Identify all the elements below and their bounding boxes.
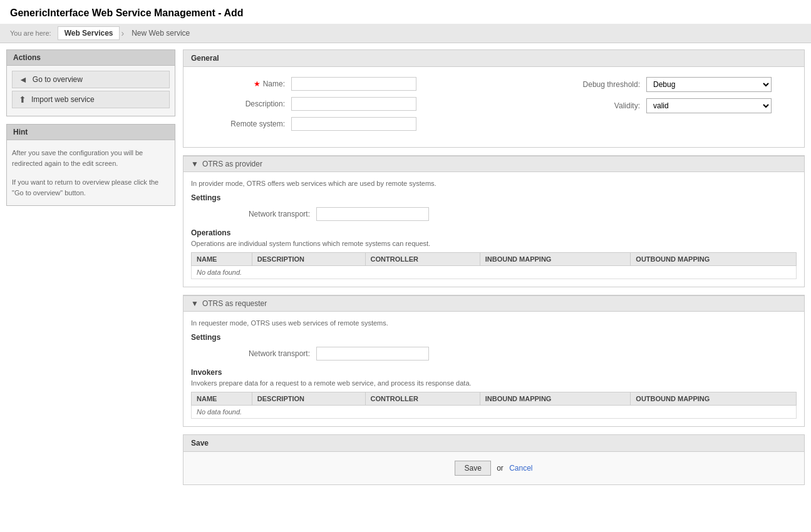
import-web-service-button[interactable]: ⬆ Import web service: [12, 91, 170, 108]
otrs-provider-section: ▼ OTRS as provider In provider mode, OTR…: [183, 155, 805, 287]
back-icon: ◄: [19, 74, 28, 84]
requester-col-description: DESCRIPTION: [252, 392, 365, 406]
general-title: General: [191, 54, 219, 63]
requester-col-controller: CONTROLLER: [365, 392, 480, 406]
save-body: Save or Cancel: [183, 452, 805, 485]
provider-table: NAME DESCRIPTION CONTROLLER INBOUND MAPP…: [191, 252, 797, 279]
invokers-desc: Invokers prepare data for a request to a…: [191, 379, 797, 387]
breadcrumb-web-services[interactable]: Web Services: [58, 26, 120, 40]
requester-settings-label: Settings: [191, 333, 797, 342]
required-star: ★: [254, 79, 262, 88]
breadcrumb-label: You are here:: [10, 29, 51, 37]
provider-no-data-row: No data found.: [192, 266, 797, 279]
go-to-overview-label: Go to overview: [33, 75, 83, 84]
content-area: General ★ Name: Descript: [183, 49, 805, 485]
description-label: Description:: [191, 100, 291, 108]
requester-collapse-icon: ▼: [191, 299, 199, 308]
provider-col-description: DESCRIPTION: [252, 253, 365, 266]
hint-paragraph-2: If you want to return to overview please…: [12, 175, 170, 200]
name-row: ★ Name:: [191, 77, 546, 91]
provider-title: OTRS as provider: [202, 160, 262, 168]
general-header: General: [183, 50, 804, 67]
validity-label: Validity:: [546, 101, 646, 110]
requester-no-data: No data found.: [192, 406, 797, 419]
requester-network-transport-input[interactable]: [316, 347, 429, 361]
hint-section: Hint After you save the configuration yo…: [6, 124, 175, 206]
sidebar: Actions ◄ Go to overview ⬆ Import web se…: [6, 49, 175, 213]
provider-col-name: NAME: [192, 253, 252, 266]
provider-settings-label: Settings: [191, 193, 797, 202]
provider-col-inbound: INBOUND MAPPING: [480, 253, 631, 266]
description-row: Description:: [191, 97, 546, 111]
requester-header[interactable]: ▼ OTRS as requester: [183, 295, 804, 312]
debug-threshold-label: Debug threshold:: [546, 80, 646, 89]
save-button[interactable]: Save: [455, 461, 490, 476]
requester-col-name: NAME: [192, 392, 252, 406]
requester-title: OTRS as requester: [202, 299, 267, 308]
provider-header[interactable]: ▼ OTRS as provider: [183, 156, 804, 172]
otrs-requester-section: ▼ OTRS as requester In requester mode, O…: [183, 295, 805, 427]
description-input[interactable]: [291, 97, 416, 111]
requester-network-transport-row: Network transport:: [191, 347, 797, 361]
provider-body: In provider mode, OTRS offers web servic…: [183, 172, 804, 287]
remote-system-row: Remote system:: [191, 117, 546, 131]
requester-body: In requester mode, OTRS uses web service…: [183, 312, 804, 426]
name-input[interactable]: [291, 77, 416, 91]
breadcrumb: You are here: Web Services › New Web ser…: [0, 24, 811, 43]
invokers-label: Invokers: [191, 368, 797, 377]
provider-description: In provider mode, OTRS offers web servic…: [191, 180, 797, 187]
provider-network-transport-label: Network transport:: [204, 210, 316, 218]
actions-section: Actions ◄ Go to overview ⬆ Import web se…: [6, 49, 175, 116]
requester-no-data-row: No data found.: [192, 406, 797, 419]
provider-network-transport-input[interactable]: [316, 207, 429, 221]
actions-body: ◄ Go to overview ⬆ Import web service: [6, 66, 175, 116]
breadcrumb-new-web-service: New Web service: [125, 27, 196, 39]
provider-col-outbound: OUTBOUND MAPPING: [631, 253, 797, 266]
provider-network-transport-row: Network transport:: [191, 207, 797, 221]
remote-system-label: Remote system:: [191, 120, 291, 128]
requester-col-inbound: INBOUND MAPPING: [480, 392, 631, 406]
or-text: or: [497, 464, 504, 473]
save-section-header: Save: [183, 434, 805, 452]
operations-desc: Operations are individual system functio…: [191, 240, 797, 247]
import-web-service-label: Import web service: [31, 95, 95, 104]
name-label: ★ Name:: [191, 79, 291, 88]
hint-body: After you save the configuration you wil…: [6, 140, 175, 206]
actions-title: Actions: [6, 49, 175, 66]
debug-threshold-row: Debug threshold: Debug: [546, 77, 784, 92]
requester-table: NAME DESCRIPTION CONTROLLER INBOUND MAPP…: [191, 392, 797, 419]
page-title: GenericInterface Web Service Management …: [0, 0, 811, 24]
operations-label: Operations: [191, 228, 797, 237]
provider-collapse-icon: ▼: [191, 160, 199, 168]
general-body: ★ Name: Description: Remote system:: [183, 67, 804, 147]
validity-select[interactable]: valid: [646, 98, 772, 113]
requester-col-outbound: OUTBOUND MAPPING: [631, 392, 797, 406]
provider-no-data: No data found.: [192, 266, 797, 279]
requester-description: In requester mode, OTRS uses web service…: [191, 319, 797, 327]
go-to-overview-button[interactable]: ◄ Go to overview: [12, 71, 170, 88]
hint-title: Hint: [6, 124, 175, 140]
validity-row: Validity: valid: [546, 98, 784, 113]
provider-col-controller: CONTROLLER: [365, 253, 480, 266]
cancel-link[interactable]: Cancel: [509, 464, 532, 473]
save-section-wrapper: Save Save or Cancel: [183, 434, 805, 485]
hint-paragraph-1: After you save the configuration you wil…: [12, 145, 170, 171]
breadcrumb-chevron: ›: [121, 28, 124, 38]
import-icon: ⬆: [19, 95, 26, 105]
general-section: General ★ Name: Descript: [183, 49, 805, 148]
requester-network-transport-label: Network transport:: [204, 349, 316, 358]
remote-system-input[interactable]: [291, 117, 416, 131]
debug-threshold-select[interactable]: Debug: [646, 77, 772, 92]
